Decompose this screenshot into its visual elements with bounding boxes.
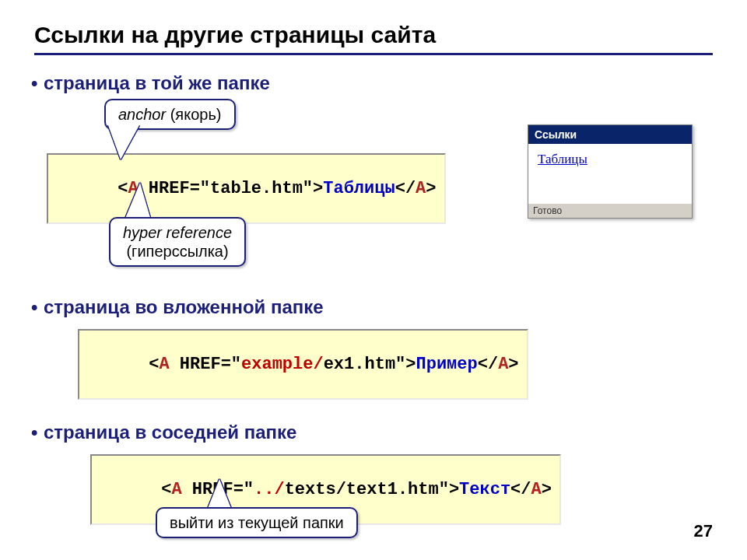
code1-close: </ <box>395 179 416 198</box>
section-nested-folder: страница во вложенной папке <A HREF="exa… <box>34 296 713 400</box>
code2-file: ex1.htm" <box>324 355 406 374</box>
code2-tag-close: A <box>498 355 508 374</box>
code1-tag-close: A <box>416 179 426 198</box>
callout-href: hyper reference (гиперссылка) <box>109 217 246 267</box>
code2-lt: < <box>149 355 159 374</box>
code3-lt: < <box>161 480 171 499</box>
callout-href-em: hyper reference <box>123 224 232 241</box>
pointer-upfolder <box>207 479 232 510</box>
code3-sp <box>182 480 192 499</box>
code3-path: texts/text1.htm" <box>285 480 449 499</box>
callout-upfolder: выйти из текущей папки <box>156 507 358 538</box>
bullet-nested-folder: страница во вложенной папке <box>34 296 713 318</box>
bullet-sibling-folder: страница в соседней папке <box>34 422 713 443</box>
code2-text: Пример <box>416 355 478 374</box>
code2-attr-name: HREF=" <box>180 355 241 374</box>
code3-tag-close: A <box>531 480 542 499</box>
code1-attr: HREF="table.htm" <box>149 179 313 198</box>
code2-tag-open: A <box>159 355 169 374</box>
preview-link[interactable]: Таблицы <box>538 152 587 166</box>
code1-gt2: > <box>426 179 436 198</box>
preview-titlebar: Ссылки <box>528 125 692 144</box>
code3-text: Текст <box>459 480 510 499</box>
code1-text: Таблицы <box>323 179 395 198</box>
pointer-anchor <box>108 125 139 159</box>
callout-upfolder-text: выйти из текущей папки <box>170 514 344 531</box>
title-rule <box>34 53 713 55</box>
preview-body: Таблицы <box>528 144 692 203</box>
section-sibling-folder: страница в соседней папке <A HREF="../te… <box>34 422 713 554</box>
pointer-href <box>124 183 151 220</box>
callout-anchor-em: anchor <box>118 106 166 123</box>
page-title: Ссылки на другие страницы сайта <box>34 22 713 48</box>
code2-gt2: > <box>508 355 518 374</box>
callout-href-rest: (гиперссылка) <box>126 243 228 260</box>
slide: Ссылки на другие страницы сайта страница… <box>0 0 747 560</box>
code2-close: </ <box>478 355 498 374</box>
code3-up: ../ <box>254 480 285 499</box>
preview-statusbar: Готово <box>528 203 692 218</box>
code3-close: </ <box>510 480 531 499</box>
code-example-1: <A HREF="table.htm">Таблицы</A> <box>47 153 446 224</box>
code3-gt: > <box>449 480 459 499</box>
code-example-2: <A HREF="example/ex1.htm">Пример</A> <box>78 329 528 400</box>
code3-gt2: > <box>542 480 552 499</box>
code2-gt: > <box>405 355 416 374</box>
code2-sp <box>170 355 180 374</box>
code1-gt: > <box>313 179 323 198</box>
callout-anchor-rest: (якорь) <box>166 106 221 123</box>
preview-window: Ссылки Таблицы Готово <box>528 124 693 219</box>
code3-tag-open: A <box>171 480 181 499</box>
code2-path: example/ <box>241 355 324 374</box>
bullet-same-folder: страница в той же папке <box>34 72 713 94</box>
page-number: 27 <box>694 521 713 541</box>
